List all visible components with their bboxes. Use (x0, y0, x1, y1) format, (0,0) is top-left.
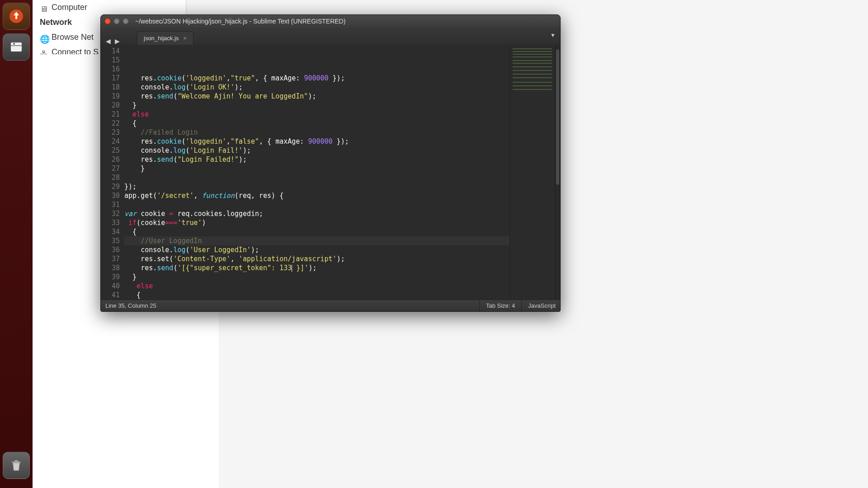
nav-forward-icon[interactable]: ▶ (113, 38, 121, 45)
computer-icon: 🖥 (40, 5, 48, 11)
nav-back-icon[interactable]: ◀ (104, 38, 112, 45)
launcher-software-updater-icon[interactable] (3, 3, 30, 30)
fm-computer-item[interactable]: 🖥 Computer (33, 0, 186, 15)
tab-menu-icon[interactable]: ▼ (550, 32, 556, 38)
maximize-icon[interactable] (123, 18, 129, 24)
svg-rect-1 (11, 42, 22, 52)
fm-label: Browse Net (52, 33, 94, 42)
ubuntu-launcher (0, 0, 33, 488)
code-area[interactable]: res.cookie('loggedin',"true", { maxAge: … (124, 45, 509, 300)
network-icon: 🌐 (40, 34, 48, 41)
fm-label: Computer (52, 3, 87, 12)
status-bar: Line 35, Column 25 Tab Size: 4 JavaScrip… (101, 300, 560, 311)
svg-rect-4 (12, 462, 20, 463)
window-title: ~/websec/JSON Hijacking/json_hijack.js -… (135, 18, 345, 25)
status-language[interactable]: JavaScript (528, 302, 556, 309)
svg-point-3 (13, 43, 15, 45)
tab-label: json_hijack.js (144, 35, 179, 42)
editor-body: 1415161718192021222324252627282930313233… (101, 45, 560, 300)
tab-close-icon[interactable]: × (183, 35, 187, 42)
scrollbar-thumb[interactable] (556, 49, 559, 185)
fm-header-label: Network (40, 18, 72, 27)
launcher-trash-icon[interactable] (3, 452, 30, 479)
status-position[interactable]: Line 35, Column 25 (105, 302, 473, 309)
status-tabsize[interactable]: Tab Size: 4 (486, 302, 515, 309)
svg-rect-2 (11, 45, 22, 46)
line-gutter: 1415161718192021222324252627282930313233… (101, 45, 124, 300)
minimap[interactable] (509, 45, 555, 300)
tab-json-hijack[interactable]: json_hijack.js × (137, 31, 193, 45)
svg-rect-5 (14, 460, 18, 462)
vertical-scrollbar[interactable] (555, 45, 560, 300)
launcher-files-icon[interactable] (3, 33, 30, 61)
window-titlebar[interactable]: ~/websec/JSON Hijacking/json_hijack.js -… (101, 15, 560, 28)
minimize-icon[interactable] (113, 18, 120, 24)
tab-bar: ◀ ▶ json_hijack.js × ▼ (101, 28, 560, 45)
close-icon[interactable] (104, 18, 111, 24)
sublime-window: ~/websec/JSON Hijacking/json_hijack.js -… (100, 14, 561, 312)
